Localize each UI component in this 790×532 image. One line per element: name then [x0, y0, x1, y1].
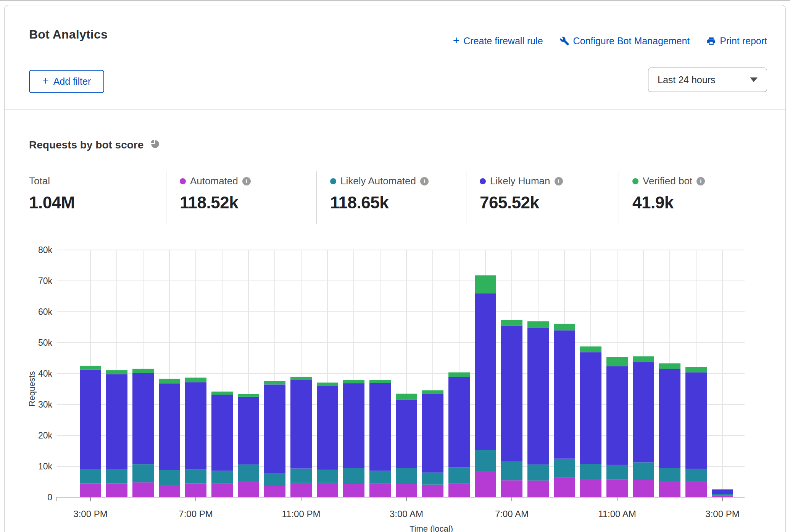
chart-bar-segment[interactable]	[527, 480, 549, 497]
chart-bar-segment[interactable]	[317, 382, 338, 386]
chart-bar-segment[interactable]	[422, 394, 443, 472]
chart-bar-segment[interactable]	[159, 384, 180, 470]
chart-bar-segment[interactable]	[633, 356, 654, 362]
info-icon[interactable]: i	[242, 177, 251, 185]
chart-bar-segment[interactable]	[132, 373, 154, 464]
chart-bar-segment[interactable]	[580, 347, 601, 352]
info-icon[interactable]: i	[420, 177, 429, 185]
chart-bar-segment[interactable]	[501, 461, 522, 480]
chart-bar-segment[interactable]	[475, 471, 496, 497]
chart-bar-segment[interactable]	[369, 471, 391, 484]
chart-bar-segment[interactable]	[396, 484, 417, 497]
chart-bar-segment[interactable]	[106, 370, 127, 374]
chart-bar-segment[interactable]	[106, 484, 127, 497]
chart-bar-segment[interactable]	[685, 469, 707, 482]
chart-bar-segment[interactable]	[211, 484, 233, 497]
chart-bar-segment[interactable]	[606, 480, 628, 497]
chart-bar-segment[interactable]	[659, 369, 680, 468]
chart-bar-segment[interactable]	[80, 469, 101, 483]
chart-bar-segment[interactable]	[238, 464, 259, 481]
chart-bar-segment[interactable]	[633, 362, 654, 462]
chart-bar-segment[interactable]	[290, 483, 312, 497]
chart-bar-segment[interactable]	[712, 489, 733, 490]
chart-bar-segment[interactable]	[80, 369, 101, 469]
chart-bar-segment[interactable]	[448, 484, 470, 497]
chart-bar-segment[interactable]	[211, 471, 233, 484]
chart-bar-segment[interactable]	[396, 394, 417, 400]
chart-bar-segment[interactable]	[606, 465, 628, 480]
chart-bar-segment[interactable]	[211, 395, 233, 471]
chart-bar-segment[interactable]	[527, 327, 549, 464]
chart-bar-segment[interactable]	[238, 397, 259, 464]
chart-bar-segment[interactable]	[80, 484, 101, 497]
chart-bar-segment[interactable]	[422, 390, 443, 394]
chart-bar-segment[interactable]	[396, 468, 417, 484]
chart-bar-segment[interactable]	[659, 481, 680, 497]
chart-bar-segment[interactable]	[554, 324, 575, 330]
chart-bar-segment[interactable]	[554, 459, 575, 477]
chart-bar-segment[interactable]	[369, 380, 391, 383]
chart-bar-segment[interactable]	[80, 366, 101, 370]
chart-bar-segment[interactable]	[659, 468, 680, 481]
chart-bar-segment[interactable]	[343, 468, 364, 484]
chart-bar-segment[interactable]	[185, 469, 206, 483]
chart-bar-segment[interactable]	[185, 484, 206, 497]
chart-bar-segment[interactable]	[606, 357, 628, 366]
chart-bar-segment[interactable]	[290, 380, 312, 468]
chart-bar-segment[interactable]	[501, 480, 522, 497]
chart-bar-segment[interactable]	[317, 386, 338, 470]
chart-bar-segment[interactable]	[633, 462, 654, 480]
chart-bar-segment[interactable]	[132, 482, 154, 497]
chart-bar-segment[interactable]	[422, 472, 443, 485]
chart-bar-segment[interactable]	[554, 477, 575, 497]
chart-bar-segment[interactable]	[290, 469, 312, 483]
time-range-select[interactable]: Last 24 hours	[648, 68, 767, 92]
chart-bar-segment[interactable]	[343, 380, 364, 383]
chart-bar-segment[interactable]	[475, 275, 496, 293]
chart-bar-segment[interactable]	[448, 467, 470, 484]
chart-bar-segment[interactable]	[343, 484, 364, 497]
chart-bar-segment[interactable]	[475, 450, 496, 471]
chart-bar-segment[interactable]	[712, 494, 733, 495]
chart-bar-segment[interactable]	[633, 480, 654, 497]
configure-bot-management-link[interactable]: Configure Bot Management	[560, 35, 690, 47]
chart-bar-segment[interactable]	[211, 392, 233, 395]
chart-bar-segment[interactable]	[527, 464, 549, 480]
chart-bar-segment[interactable]	[264, 384, 285, 473]
print-report-link[interactable]: Print report	[706, 35, 767, 47]
chart-bar-segment[interactable]	[475, 293, 496, 450]
chart-bar-segment[interactable]	[712, 490, 733, 494]
chart-bar-segment[interactable]	[448, 372, 470, 377]
chart-bar-segment[interactable]	[106, 374, 127, 469]
add-filter-button[interactable]: + Add filter	[29, 70, 104, 93]
chart-bar-segment[interactable]	[159, 470, 180, 485]
chart-bar-segment[interactable]	[132, 464, 154, 482]
chart-bar-segment[interactable]	[185, 378, 206, 382]
chart-bar-segment[interactable]	[369, 383, 391, 471]
chart-bar-segment[interactable]	[264, 486, 285, 497]
info-icon[interactable]: i	[696, 177, 705, 185]
chart-bar-segment[interactable]	[448, 377, 470, 467]
chart-bar-segment[interactable]	[290, 377, 312, 380]
chart-bar-segment[interactable]	[159, 379, 180, 384]
chart-bar-segment[interactable]	[185, 382, 206, 469]
info-icon[interactable]: i	[555, 177, 563, 185]
chart-bar-segment[interactable]	[317, 470, 338, 483]
chart-bar-segment[interactable]	[685, 367, 707, 372]
chart-bar-segment[interactable]	[685, 372, 707, 469]
chart-bar-segment[interactable]	[422, 485, 443, 497]
chart-bar-segment[interactable]	[580, 464, 601, 480]
chart-bar-segment[interactable]	[132, 369, 154, 373]
chart-bar-segment[interactable]	[343, 383, 364, 468]
chart-bar-segment[interactable]	[501, 320, 522, 326]
chart-bar-segment[interactable]	[238, 481, 259, 497]
chart-bar-segment[interactable]	[106, 469, 127, 483]
chart-bar-segment[interactable]	[264, 381, 285, 384]
chart-bar-segment[interactable]	[369, 484, 391, 497]
chart-bar-segment[interactable]	[606, 366, 628, 465]
chart-bar-segment[interactable]	[501, 326, 522, 461]
chart-bar-segment[interactable]	[317, 483, 338, 497]
chart-bar-segment[interactable]	[712, 495, 733, 497]
chart-bar-segment[interactable]	[238, 394, 259, 397]
chart-bar-segment[interactable]	[659, 363, 680, 369]
